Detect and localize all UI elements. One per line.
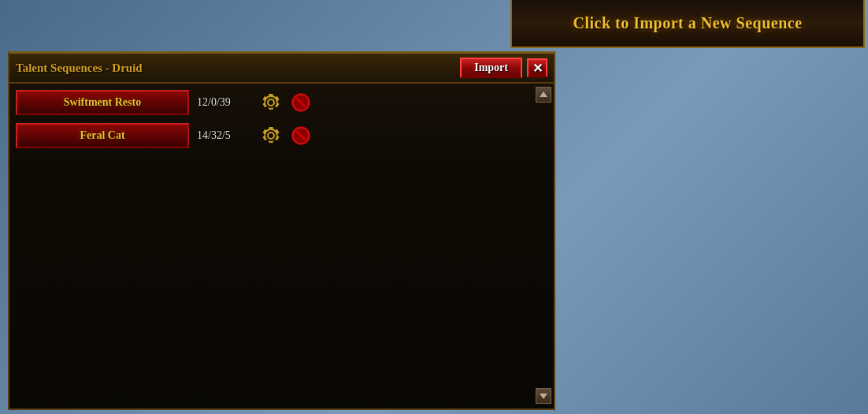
sequence-points-0: 12/0/39 <box>197 96 252 109</box>
delete-icon-1[interactable] <box>290 125 312 147</box>
sequence-points-1: 14/32/5 <box>197 129 252 142</box>
panel-title: Talent Sequences - Druid <box>16 62 460 75</box>
delete-icon-0[interactable] <box>290 91 312 114</box>
svg-marker-7 <box>540 393 547 399</box>
panel-content: Swiftment Resto 12/0/39 <box>9 84 554 408</box>
panel-header: Talent Sequences - Druid Import ✕ <box>9 54 554 84</box>
scroll-up-button[interactable] <box>536 87 551 103</box>
close-button[interactable]: ✕ <box>527 58 547 77</box>
sequence-name-button-0[interactable]: Swiftment Resto <box>16 90 189 115</box>
sequence-row: Feral Cat 14/32/5 <box>16 123 547 148</box>
svg-marker-6 <box>540 91 547 97</box>
import-button[interactable]: Import <box>460 58 522 78</box>
main-panel: Talent Sequences - Druid Import ✕ Swiftm… <box>8 51 555 410</box>
scroll-down-button[interactable] <box>536 388 551 404</box>
gear-icon-1[interactable] <box>260 125 282 147</box>
import-tooltip-button[interactable]: Click to Import a New Sequence <box>510 0 865 48</box>
import-tooltip-text: Click to Import a New Sequence <box>573 14 802 32</box>
sequence-name-button-1[interactable]: Feral Cat <box>16 123 189 148</box>
sequence-row: Swiftment Resto 12/0/39 <box>16 90 547 115</box>
gear-icon-0[interactable] <box>260 91 282 114</box>
close-icon: ✕ <box>532 61 543 76</box>
